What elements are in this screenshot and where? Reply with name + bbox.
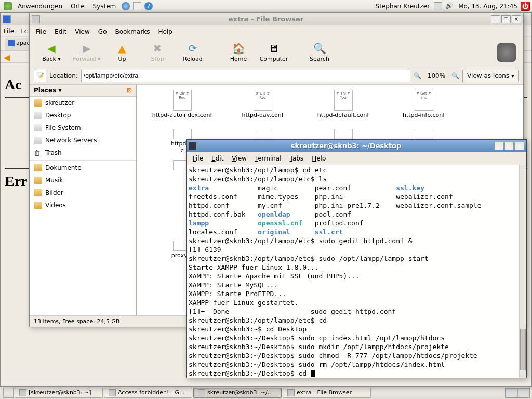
folder-app-icon <box>32 15 40 23</box>
taskbar-button[interactable]: Access forbidden! - G... <box>104 388 192 398</box>
minimize-button[interactable]: _ <box>494 142 503 150</box>
place-musik[interactable]: Musik <box>30 174 136 187</box>
term-menu-edit[interactable]: Edit <box>207 155 228 162</box>
places-header[interactable]: Places ▾ ⊠ <box>30 85 136 97</box>
globe-icon[interactable] <box>122 2 130 10</box>
show-desktop-button[interactable] <box>3 388 14 398</box>
file-item[interactable]: # Thi # Youhttpd-default.conf <box>303 90 383 129</box>
file-browser-titlebar[interactable]: extra - File Browser _ □ × <box>30 13 523 25</box>
file-browser-menubar: FileEditViewGoBookmarksHelp <box>30 25 523 38</box>
place-label: Trash <box>45 149 62 156</box>
reload-button[interactable]: ⟳Reload <box>175 42 210 62</box>
back-button[interactable]: ◀Back ▾ <box>34 42 69 62</box>
drive-icon <box>34 137 42 144</box>
terminal-titlebar[interactable]: skreutzer@sknb3: ~/Desktop _ □ × <box>187 140 526 152</box>
place-file-system[interactable]: File System <box>30 122 136 134</box>
sidebar-close-icon[interactable]: ⊠ <box>127 87 132 94</box>
terminal-menubar: FileEditViewTerminalTabsHelp <box>187 152 526 165</box>
user-name[interactable]: Stephan Kreutzer <box>376 3 430 10</box>
trash-icon: 🗑 <box>34 149 42 156</box>
maximize-button[interactable]: □ <box>504 142 514 150</box>
zoom-level: 100% <box>424 72 448 79</box>
fb-menu-help[interactable]: Help <box>154 28 177 35</box>
file-browser-toolbar: ◀Back ▾ ▶Forward ▾ ▲Up ✖Stop ⟳Reload 🏠Ho… <box>30 38 523 67</box>
place-desktop[interactable]: Desktop <box>30 109 136 122</box>
file-label: httpd-default.conf <box>303 112 383 118</box>
close-button[interactable]: × <box>515 142 524 150</box>
power-button[interactable]: ⏻ <box>521 2 530 11</box>
fb-menu-go[interactable]: Go <box>94 28 111 35</box>
places-menu[interactable]: Orte <box>66 3 88 10</box>
folder-icon <box>34 99 42 107</box>
browser-file-menu[interactable]: File <box>4 28 14 35</box>
edit-location-icon[interactable]: 📝 <box>34 70 46 82</box>
home-button[interactable]: 🏠Home <box>221 42 256 62</box>
file-icon: # Get # anc <box>415 90 433 111</box>
computer-button[interactable]: 🖥Computer <box>256 42 291 62</box>
drive-icon <box>34 124 42 131</box>
help-icon[interactable]: ? <box>144 2 153 10</box>
workspace-switcher[interactable] <box>505 388 530 398</box>
file-label: httpd-dav.conf <box>222 112 303 118</box>
term-menu-terminal[interactable]: Terminal <box>251 155 286 162</box>
folder-icon <box>34 202 42 209</box>
place-label: Network Servers <box>45 137 97 144</box>
up-button[interactable]: ▲Up <box>104 42 140 62</box>
file-label: httpd-autoindex.conf <box>142 112 222 118</box>
folder-icon <box>34 164 42 171</box>
places-sidebar: Places ▾ ⊠ skreutzerDesktopFile SystemNe… <box>30 85 137 315</box>
fb-menu-edit[interactable]: Edit <box>50 28 71 35</box>
browser-edit-menu[interactable]: Ec <box>20 28 28 35</box>
app-icon <box>109 389 116 396</box>
nav-back-icon[interactable]: ◀ <box>4 52 10 62</box>
place-label: skreutzer <box>45 99 74 107</box>
maximize-button[interactable]: □ <box>501 15 511 23</box>
app-icon <box>19 389 26 396</box>
applications-menu[interactable]: Anwendungen <box>14 3 66 10</box>
terminal-text: skreutzer@sknb3:/opt/lampp$ cd etc skreu… <box>189 166 524 378</box>
file-item[interactable]: # Get # anchttpd-info.conf <box>383 90 464 129</box>
gnome-foot-icon <box>4 2 12 10</box>
close-button[interactable]: × <box>512 15 521 23</box>
location-input[interactable] <box>81 70 410 82</box>
drive-icon <box>34 112 42 119</box>
place-dokumente[interactable]: Dokumente <box>30 162 136 174</box>
terminal-window: skreutzer@sknb3: ~/Desktop _ □ × FileEdi… <box>186 139 527 378</box>
mail-icon[interactable] <box>133 2 141 10</box>
place-bilder[interactable]: Bilder <box>30 187 136 199</box>
file-item[interactable]: # Dir # Rechttpd-autoindex.conf <box>142 90 222 129</box>
file-icon: # Dis # Rec <box>254 90 272 111</box>
terminal-output[interactable]: skreutzer@sknb3:/opt/lampp$ cd etc skreu… <box>187 165 526 378</box>
file-item[interactable]: # Dis # Rechttpd-dav.conf <box>222 90 303 129</box>
clock[interactable]: Mo, 13. Aug, 21:45 <box>458 3 517 10</box>
taskbar-label: extra - File Browser <box>297 389 352 396</box>
file-icon: # Dir # Rec <box>173 90 192 111</box>
view-mode-select[interactable]: View as Icons ▾ <box>462 70 519 82</box>
minimize-button[interactable]: _ <box>491 15 500 23</box>
taskbar-button[interactable]: extra - File Browser <box>283 388 371 398</box>
gnome-foot-icon <box>497 43 516 62</box>
place-network-servers[interactable]: Network Servers <box>30 134 136 147</box>
search-button[interactable]: 🔍Search <box>302 42 337 62</box>
fb-menu-bookmarks[interactable]: Bookmarks <box>111 28 154 35</box>
taskbar-label: [skreutzer@sknb3: ~] <box>29 389 91 396</box>
app-icon <box>198 389 205 396</box>
zoom-out-icon[interactable]: 🔍 <box>414 72 421 79</box>
taskbar-button[interactable]: skreutzer@sknb3: ~/... <box>193 388 282 398</box>
taskbar-button[interactable]: [skreutzer@sknb3: ~] <box>15 388 103 398</box>
place-videos[interactable]: Videos <box>30 199 136 211</box>
place-trash[interactable]: 🗑Trash <box>30 147 136 159</box>
term-menu-file[interactable]: File <box>189 155 207 162</box>
term-menu-tabs[interactable]: Tabs <box>286 155 308 162</box>
place-label: File System <box>45 124 81 131</box>
keyboard-icon[interactable] <box>434 2 442 10</box>
fb-menu-file[interactable]: File <box>32 28 50 35</box>
volume-icon[interactable]: 🔊 <box>445 2 454 10</box>
place-skreutzer[interactable]: skreutzer <box>30 97 136 109</box>
system-menu[interactable]: System <box>89 3 121 10</box>
fb-menu-view[interactable]: View <box>71 28 94 35</box>
term-menu-view[interactable]: View <box>228 155 250 162</box>
scrollbar[interactable] <box>519 165 526 378</box>
term-menu-help[interactable]: Help <box>308 155 330 162</box>
zoom-in-icon[interactable]: 🔍 <box>451 72 459 79</box>
